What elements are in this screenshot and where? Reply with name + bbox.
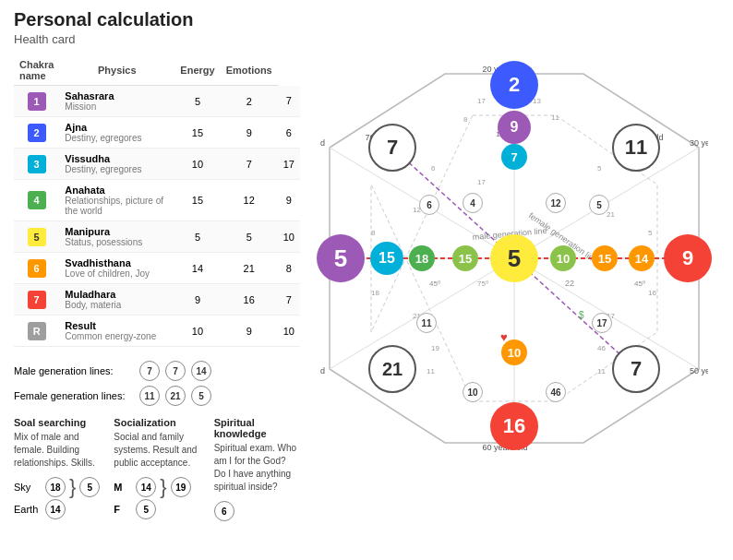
svg-text:45⁰: 45⁰ bbox=[634, 280, 645, 288]
chakra-energy-cell: 5 bbox=[221, 221, 278, 253]
svg-text:46: 46 bbox=[597, 344, 606, 352]
chakra-name-cell: ManipuraStatus, posessions bbox=[59, 221, 174, 253]
chakra-number-badge: 7 bbox=[28, 291, 46, 309]
chakra-number-badge: 1 bbox=[28, 92, 46, 111]
node-right-inner1: 15 bbox=[592, 245, 618, 271]
mf-section: M 14 } 19 F 5 bbox=[114, 477, 199, 519]
node-bottom-left: 21 bbox=[368, 345, 416, 393]
svg-text:10 years old: 10 years old bbox=[320, 138, 325, 148]
spiritual-text: Spiritual exam. Who am I for the God? Do… bbox=[214, 442, 300, 494]
earth-label: Earth bbox=[14, 504, 42, 515]
table-row: 7MuladharaBody, materia9167 bbox=[14, 284, 300, 316]
chakra-emotions-cell: 17 bbox=[278, 149, 300, 180]
female-gen-label: Female generation lines: bbox=[14, 390, 134, 401]
m-row: M 14 } 19 bbox=[114, 477, 199, 497]
chakra-emotions-cell: 7 bbox=[278, 284, 300, 316]
chakra-emotions-cell: 6 bbox=[278, 117, 300, 149]
node-top-inner1: 9 bbox=[498, 111, 531, 144]
chakra-physics-cell: 15 bbox=[174, 117, 220, 149]
svg-text:55 years old: 55 years old bbox=[320, 366, 325, 375]
female-val-3: 5 bbox=[191, 386, 211, 406]
right-panel: male generation line female generation l… bbox=[309, 55, 719, 498]
chakra-physics-cell: 9 bbox=[174, 284, 220, 316]
female-gen-line-row: Female generation lines: 11 21 5 bbox=[14, 386, 300, 406]
svg-text:11: 11 bbox=[597, 367, 606, 375]
svg-text:6: 6 bbox=[431, 164, 436, 173]
svg-text:75⁰: 75⁰ bbox=[477, 280, 488, 288]
m-val: 14 bbox=[136, 477, 156, 497]
col-header-physics: Physics bbox=[59, 55, 174, 86]
left-panel: Chakra name Physics Energy Emotions 1Sah… bbox=[14, 55, 300, 521]
node-bottom-right: 7 bbox=[612, 345, 660, 393]
chakra-physics-cell: 15 bbox=[174, 180, 220, 221]
page-title: Personal calculation bbox=[14, 9, 719, 30]
chakra-number-badge: 3 bbox=[28, 155, 46, 173]
node-top-left: 7 bbox=[368, 124, 416, 172]
chakra-energy-cell: 2 bbox=[221, 86, 278, 117]
svg-text:21: 21 bbox=[607, 210, 615, 219]
chakra-number-badge: 4 bbox=[28, 191, 46, 209]
col-header-name: Chakra name bbox=[14, 55, 59, 86]
sky-brace: } bbox=[69, 477, 76, 497]
node-bottom: 16 bbox=[490, 402, 538, 450]
spiritual-title: Spiritual knowledge bbox=[214, 417, 300, 439]
diagram-container: male generation line female generation l… bbox=[320, 65, 708, 452]
node-tiny-2: 12 bbox=[546, 193, 566, 213]
sky-val: 18 bbox=[45, 477, 66, 497]
table-row: RResultCommon energy-zone10910 bbox=[14, 316, 300, 347]
male-gen-label: Male generation lines: bbox=[14, 365, 134, 376]
svg-text:22: 22 bbox=[565, 279, 574, 288]
chakra-energy-cell: 16 bbox=[221, 284, 278, 316]
chakra-energy-cell: 12 bbox=[221, 180, 278, 221]
socialization-col: Socialization Social and family systems.… bbox=[114, 417, 199, 521]
table-row: 6SvadhisthanaLove of children, Joy14218 bbox=[14, 253, 300, 284]
node-top-inner2: 7 bbox=[501, 144, 527, 170]
chakra-name-cell: ResultCommon energy-zone bbox=[59, 316, 174, 347]
col-header-emotions: Emotions bbox=[221, 55, 278, 86]
female-val-1: 11 bbox=[139, 386, 160, 406]
m-brace: } bbox=[160, 477, 166, 497]
chakra-emotions-cell: 7 bbox=[278, 86, 300, 117]
chakra-name-cell: SahasraraMission bbox=[59, 86, 174, 117]
node-tiny-8: 5 bbox=[589, 195, 609, 215]
male-val-1: 7 bbox=[139, 361, 160, 381]
main-content: Chakra name Physics Energy Emotions 1Sah… bbox=[14, 55, 719, 521]
node-right-inner2: 14 bbox=[629, 245, 655, 271]
node-tiny-5: 10 bbox=[463, 382, 483, 402]
female-val-2: 21 bbox=[165, 386, 186, 406]
earth-val: 14 bbox=[45, 499, 66, 519]
chakra-physics-cell: 14 bbox=[174, 253, 220, 284]
svg-text:11: 11 bbox=[427, 367, 435, 375]
table-row: 5ManipuraStatus, posessions5510 bbox=[14, 221, 300, 253]
svg-text:50 years old: 50 years old bbox=[690, 366, 708, 375]
soal-searching-col: Soal searching Mix of male and female. B… bbox=[14, 417, 100, 521]
svg-text:30 years old: 30 years old bbox=[690, 138, 708, 148]
node-left-inner1: 15 bbox=[370, 242, 403, 275]
social-title: Socialization bbox=[114, 417, 199, 428]
node-center-left: 15 bbox=[452, 245, 478, 271]
col-header-energy: Energy bbox=[174, 55, 220, 86]
chakra-energy-cell: 21 bbox=[221, 253, 278, 284]
node-tiny-6: 46 bbox=[546, 382, 566, 402]
bottom-section: Soal searching Mix of male and female. B… bbox=[14, 417, 300, 521]
chakra-table: Chakra name Physics Energy Emotions 1Sah… bbox=[14, 55, 300, 347]
node-bottom-inner: 10 bbox=[501, 340, 527, 365]
page-subtitle: Health card bbox=[14, 32, 719, 46]
svg-text:5: 5 bbox=[597, 164, 602, 173]
node-tiny-7: 6 bbox=[419, 195, 439, 215]
sky-result: 5 bbox=[79, 477, 100, 497]
node-center-right: 10 bbox=[550, 245, 576, 271]
node-center: 5 bbox=[490, 234, 538, 282]
sky-row: Sky 18 } 5 bbox=[14, 477, 100, 497]
chakra-energy-cell: 9 bbox=[221, 316, 278, 347]
chakra-name-cell: MuladharaBody, materia bbox=[59, 284, 174, 316]
soal-title: Soal searching bbox=[14, 417, 100, 428]
chakra-physics-cell: 10 bbox=[174, 149, 220, 180]
svg-text:$: $ bbox=[579, 310, 584, 320]
chakra-number-badge: R bbox=[28, 322, 46, 340]
chakra-name-cell: AnahataRelationships, picture of the wor… bbox=[59, 180, 174, 221]
m-label: M bbox=[114, 482, 132, 493]
f-label: F bbox=[114, 504, 132, 515]
chakra-emotions-cell: 9 bbox=[278, 180, 300, 221]
chakra-emotions-cell: 8 bbox=[278, 253, 300, 284]
